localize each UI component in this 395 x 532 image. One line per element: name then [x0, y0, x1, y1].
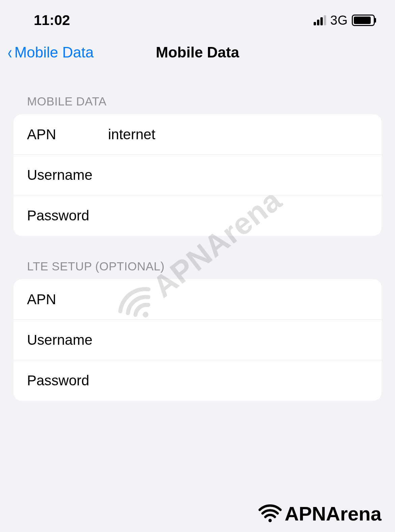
- back-button[interactable]: ‹ Mobile Data: [7, 43, 94, 62]
- status-time: 11:02: [34, 12, 70, 28]
- section-group-mobile-data: APN Username Password: [14, 114, 381, 236]
- lte-apn-input[interactable]: [108, 291, 368, 308]
- network-type: 3G: [330, 13, 348, 28]
- navigation-bar: ‹ Mobile Data Mobile Data: [0, 34, 395, 71]
- back-label: Mobile Data: [15, 44, 94, 61]
- section-header-mobile-data: MOBILE DATA: [0, 95, 395, 114]
- row-password[interactable]: Password: [14, 195, 381, 236]
- chevron-left-icon: ‹: [8, 43, 12, 62]
- password-input[interactable]: [108, 208, 368, 224]
- signal-icon: [314, 15, 326, 25]
- status-indicators: 3G: [314, 13, 375, 28]
- row-lte-username[interactable]: Username: [14, 320, 381, 360]
- row-lte-password[interactable]: Password: [14, 360, 381, 401]
- username-input[interactable]: [108, 167, 368, 183]
- apn-label: APN: [27, 126, 108, 143]
- row-apn[interactable]: APN: [14, 114, 381, 155]
- section-lte-setup: LTE SETUP (OPTIONAL) APN Username Passwo…: [0, 260, 395, 401]
- apn-input[interactable]: [108, 126, 368, 143]
- lte-apn-label: APN: [27, 291, 108, 308]
- username-label: Username: [27, 167, 108, 183]
- section-header-lte-setup: LTE SETUP (OPTIONAL): [0, 260, 395, 279]
- password-label: Password: [27, 208, 108, 224]
- lte-username-input[interactable]: [108, 332, 368, 348]
- watermark-bottom: APNArena: [258, 502, 381, 525]
- section-group-lte-setup: APN Username Password: [14, 279, 381, 401]
- row-username[interactable]: Username: [14, 155, 381, 195]
- lte-username-label: Username: [27, 332, 108, 348]
- wifi-icon: [258, 502, 282, 525]
- watermark-text: APNArena: [285, 502, 381, 525]
- page-title: Mobile Data: [156, 44, 239, 61]
- battery-icon: [352, 15, 375, 26]
- svg-point-1: [268, 519, 272, 522]
- row-lte-apn[interactable]: APN: [14, 279, 381, 320]
- lte-password-label: Password: [27, 372, 108, 389]
- status-bar: 11:02 3G: [0, 0, 395, 34]
- section-mobile-data: MOBILE DATA APN Username Password: [0, 95, 395, 236]
- lte-password-input[interactable]: [108, 372, 368, 389]
